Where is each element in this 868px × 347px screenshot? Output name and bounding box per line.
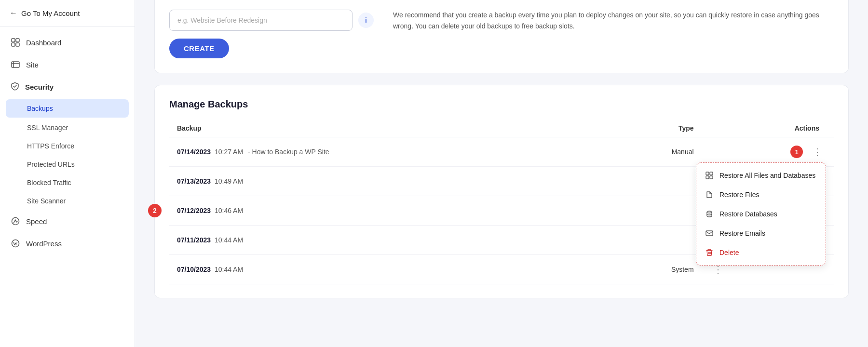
svg-rect-10 <box>706 172 709 175</box>
backup-date: 07/11/2023 <box>177 236 211 244</box>
blocked-traffic-label: Blocked Traffic <box>27 179 71 187</box>
restore-all-label: Restore All Files and Databases <box>719 172 815 179</box>
backups-table: Backup Type Actions 07/14/2023 10:27 AM … <box>169 120 834 284</box>
sidebar-item-wordpress[interactable]: W WordPress <box>0 232 135 254</box>
security-icon <box>11 82 19 92</box>
table-row: 07/14/2023 10:27 AM - How to Backup a WP… <box>169 137 834 167</box>
svg-rect-2 <box>12 43 15 46</box>
backup-time: 10:27 AM <box>215 148 243 156</box>
dropdown-menu: Restore All Files and Databases <box>696 162 826 266</box>
col-backup: Backup <box>169 120 603 137</box>
svg-rect-0 <box>12 39 15 42</box>
svg-point-14 <box>707 211 712 213</box>
speed-label: Speed <box>26 217 47 226</box>
backup-date: 07/14/2023 <box>177 148 211 156</box>
dashboard-label: Dashboard <box>26 39 61 47</box>
main-content: i CREATE We recommend that you create a … <box>135 0 868 347</box>
back-to-account[interactable]: ← Go To My Account <box>0 0 135 27</box>
backup-info-cell: 07/10/2023 10:44 AM <box>169 255 603 284</box>
sidebar-item-https-enforce[interactable]: HTTPS Enforce <box>0 137 135 155</box>
create-backup-button[interactable]: CREATE <box>169 39 229 58</box>
restore-emails-icon <box>705 229 714 238</box>
restore-files-label: Restore Files <box>719 191 759 199</box>
svg-rect-4 <box>12 62 19 67</box>
sidebar-item-site-scanner[interactable]: Site Scanner <box>0 192 135 210</box>
backup-time: 10:49 AM <box>215 177 243 185</box>
backup-time: 10:46 AM <box>215 207 243 214</box>
svg-rect-13 <box>710 176 713 179</box>
sidebar-item-blocked-traffic[interactable]: Blocked Traffic <box>0 174 135 192</box>
dashboard-icon <box>11 38 20 47</box>
backup-input-row: i <box>169 10 374 31</box>
info-button[interactable]: i <box>358 13 374 28</box>
backup-name: - How to Backup a WP Site <box>248 148 329 156</box>
backup-actions-cell: 1 ⋮ <box>702 137 834 167</box>
badge-2: 2 <box>148 204 162 217</box>
site-icon <box>11 60 20 69</box>
manage-backups-title: Manage Backups <box>169 99 834 110</box>
create-backup-form: i CREATE <box>169 10 374 58</box>
delete-icon <box>705 248 714 257</box>
site-scanner-label: Site Scanner <box>27 197 66 205</box>
dropdown-wrapper: 1 ⋮ <box>790 145 826 159</box>
svg-rect-15 <box>706 231 713 236</box>
backup-date: 07/12/2023 <box>177 207 211 214</box>
restore-all-item[interactable]: Restore All Files and Databases <box>696 166 826 185</box>
svg-point-7 <box>12 218 19 225</box>
restore-db-item[interactable]: Restore Databases <box>696 204 826 224</box>
ssl-manager-label: SSL Manager <box>27 124 68 132</box>
svg-rect-3 <box>16 43 19 46</box>
restore-db-icon <box>705 210 714 218</box>
site-label: Site <box>26 61 39 69</box>
backup-time: 10:44 AM <box>215 266 243 273</box>
protected-urls-label: Protected URLs <box>27 160 75 168</box>
more-options-button[interactable]: ⋮ <box>809 145 826 159</box>
sidebar: ← Go To My Account Dashboard <box>0 0 135 347</box>
sidebar-nav: Dashboard Site Security <box>0 27 135 259</box>
backup-info-cell: 07/14/2023 10:27 AM - How to Backup a WP… <box>169 137 603 167</box>
backup-name-input[interactable] <box>169 10 353 31</box>
restore-db-label: Restore Databases <box>719 210 777 218</box>
backup-date: 07/10/2023 <box>177 266 211 273</box>
delete-item[interactable]: Delete <box>696 243 826 262</box>
restore-files-item[interactable]: Restore Files <box>696 185 826 204</box>
speed-icon <box>11 216 20 226</box>
recommend-text: We recommend that you create a backup ev… <box>393 10 834 32</box>
backup-type-cell: System <box>603 255 702 284</box>
svg-text:W: W <box>13 241 17 246</box>
backup-info-cell: 07/13/2023 10:49 AM <box>169 167 603 196</box>
col-actions: Actions <box>702 120 834 137</box>
back-label: Go To My Account <box>21 9 80 17</box>
restore-files-icon <box>705 190 714 199</box>
sidebar-item-speed[interactable]: Speed <box>0 210 135 232</box>
sidebar-item-ssl-manager[interactable]: SSL Manager <box>0 119 135 137</box>
wordpress-label: WordPress <box>26 240 62 248</box>
back-arrow-icon: ← <box>10 9 17 17</box>
restore-emails-item[interactable]: Restore Emails <box>696 224 826 243</box>
backup-type-cell <box>603 167 702 196</box>
badge-1: 1 <box>790 146 803 158</box>
restore-all-icon <box>705 171 714 180</box>
backup-type-cell <box>603 196 702 226</box>
restore-emails-label: Restore Emails <box>719 229 765 237</box>
backup-info-cell: 07/11/2023 10:44 AM <box>169 226 603 255</box>
https-enforce-label: HTTPS Enforce <box>27 142 74 150</box>
manage-backups-section: Manage Backups Backup Type Actions 07/14… <box>154 85 849 298</box>
sidebar-item-dashboard[interactable]: Dashboard <box>0 31 135 53</box>
sidebar-section-security[interactable]: Security <box>0 76 135 98</box>
svg-rect-11 <box>710 172 713 175</box>
sidebar-item-site[interactable]: Site <box>0 53 135 76</box>
backup-type-cell <box>603 226 702 255</box>
sidebar-item-protected-urls[interactable]: Protected URLs <box>0 155 135 174</box>
svg-rect-12 <box>706 176 709 179</box>
svg-rect-1 <box>16 39 19 42</box>
security-label: Security <box>25 83 54 91</box>
backup-type-cell: Manual <box>603 137 702 167</box>
create-backup-section: i CREATE We recommend that you create a … <box>154 0 849 73</box>
wordpress-icon: W <box>11 239 20 248</box>
backup-info-cell: 2 07/12/2023 10:46 AM <box>169 196 603 226</box>
sidebar-item-backups[interactable]: Backups <box>6 99 129 118</box>
backup-time: 10:44 AM <box>215 236 243 244</box>
backup-date: 07/13/2023 <box>177 177 211 185</box>
col-type: Type <box>603 120 702 137</box>
